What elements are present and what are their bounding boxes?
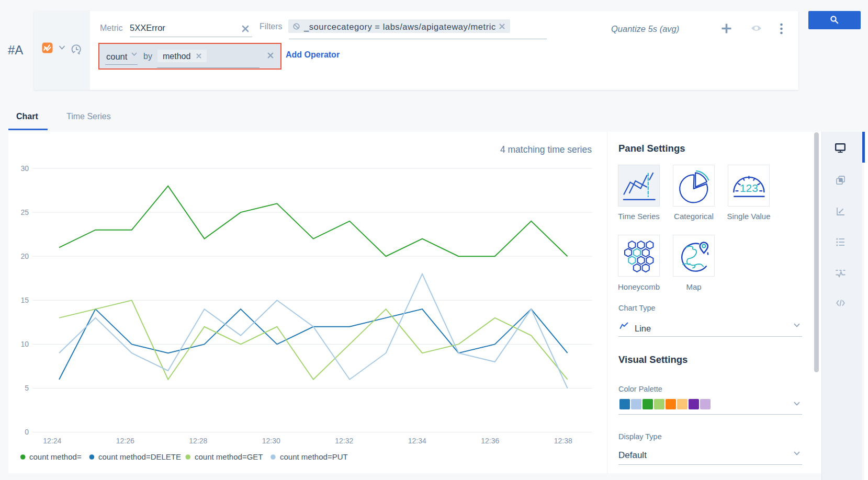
svg-text:20: 20 (20, 252, 29, 260)
svg-text:count method=GET: count method=GET (195, 452, 263, 461)
svg-text:12:32: 12:32 (335, 437, 353, 445)
svg-text:12:30: 12:30 (262, 437, 280, 445)
svg-text:30: 30 (20, 164, 29, 173)
svg-text:12:36: 12:36 (481, 437, 499, 445)
svg-text:4 matching time series: 4 matching time series (500, 144, 592, 155)
svg-text:12:24: 12:24 (43, 437, 61, 445)
svg-text:5: 5 (25, 384, 29, 392)
svg-text:15: 15 (20, 296, 29, 304)
svg-text:0: 0 (25, 428, 29, 436)
svg-text:12:38: 12:38 (554, 437, 572, 445)
svg-text:10: 10 (20, 340, 29, 348)
svg-text:25: 25 (20, 208, 29, 216)
svg-text:count method=DELETE: count method=DELETE (98, 452, 181, 461)
svg-text:count method=: count method= (29, 452, 82, 461)
svg-text:12:26: 12:26 (116, 437, 134, 445)
svg-text:12:34: 12:34 (408, 437, 426, 445)
svg-text:count method=PUT: count method=PUT (280, 452, 348, 461)
svg-text:123: 123 (740, 182, 758, 194)
svg-text:12:28: 12:28 (189, 437, 207, 445)
